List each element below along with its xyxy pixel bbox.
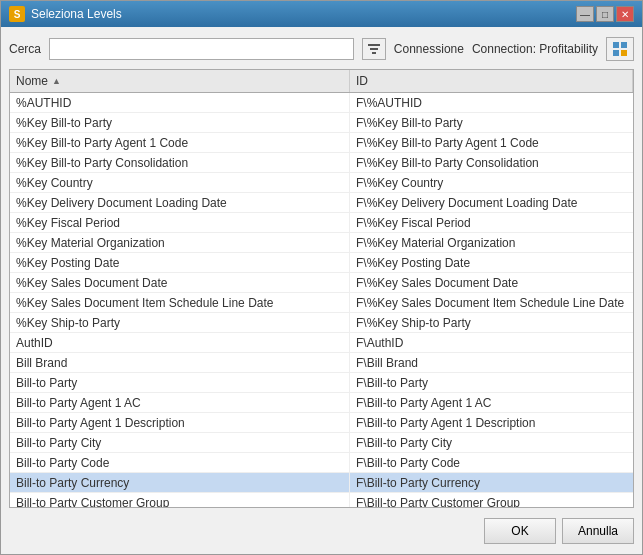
table-row[interactable]: Bill-to Party Agent 1 AC F\Bill-to Party… (10, 393, 633, 413)
maximize-button[interactable]: □ (596, 6, 614, 22)
table-header: Nome ▲ ID (10, 70, 633, 93)
table-row[interactable]: Bill Brand F\Bill Brand (10, 353, 633, 373)
table-row[interactable]: %AUTHID F\%AUTHID (10, 93, 633, 113)
cell-nome: Bill-to Party (10, 373, 350, 392)
footer: OK Annulla (9, 514, 634, 546)
cell-nome: %Key Delivery Document Loading Date (10, 193, 350, 212)
table-row[interactable]: Bill-to Party F\Bill-to Party (10, 373, 633, 393)
cell-id: F\%Key Delivery Document Loading Date (350, 193, 633, 212)
cell-nome: %Key Bill-to Party Agent 1 Code (10, 133, 350, 152)
svg-rect-6 (621, 50, 627, 56)
svg-rect-3 (613, 42, 619, 48)
table-row[interactable]: %Key Material Organization F\%Key Materi… (10, 233, 633, 253)
svg-rect-0 (368, 44, 380, 46)
cell-id: F\Bill-to Party Agent 1 Description (350, 413, 633, 432)
toolbar: Cerca Connessione Connection: Profitabil… (9, 35, 634, 63)
window-icon: S (9, 6, 25, 22)
cell-id: F\%Key Sales Document Date (350, 273, 633, 292)
cell-nome: %Key Posting Date (10, 253, 350, 272)
cell-id: F\%Key Sales Document Item Schedule Line… (350, 293, 633, 312)
cell-nome: Bill-to Party Agent 1 AC (10, 393, 350, 412)
title-bar-left: S Seleziona Levels (9, 6, 122, 22)
main-window: S Seleziona Levels — □ ✕ Cerca Connessio… (0, 0, 643, 555)
table-row[interactable]: %Key Fiscal Period F\%Key Fiscal Period (10, 213, 633, 233)
content-area: Cerca Connessione Connection: Profitabil… (1, 27, 642, 554)
levels-table: Nome ▲ ID %AUTHID F\%AUTHID %Key Bill-to… (9, 69, 634, 508)
cell-id: F\AuthID (350, 333, 633, 352)
table-row[interactable]: %Key Ship-to Party F\%Key Ship-to Party (10, 313, 633, 333)
cell-nome: %Key Sales Document Date (10, 273, 350, 292)
header-id: ID (350, 70, 633, 92)
cell-id: F\%Key Fiscal Period (350, 213, 633, 232)
cell-id: F\Bill-to Party Currency (350, 473, 633, 492)
db-icon (611, 40, 629, 58)
table-row[interactable]: %Key Sales Document Date F\%Key Sales Do… (10, 273, 633, 293)
svg-rect-2 (372, 52, 376, 54)
cancel-button[interactable]: Annulla (562, 518, 634, 544)
table-row[interactable]: %Key Bill-to Party F\%Key Bill-to Party (10, 113, 633, 133)
cell-id: F\Bill-to Party Agent 1 AC (350, 393, 633, 412)
table-row[interactable]: AuthID F\AuthID (10, 333, 633, 353)
cell-id: F\%Key Posting Date (350, 253, 633, 272)
cell-id: F\Bill-to Party Customer Group (350, 493, 633, 507)
table-row[interactable]: %Key Posting Date F\%Key Posting Date (10, 253, 633, 273)
ok-button[interactable]: OK (484, 518, 556, 544)
cell-id: F\Bill-to Party (350, 373, 633, 392)
cell-nome: %Key Material Organization (10, 233, 350, 252)
close-button[interactable]: ✕ (616, 6, 634, 22)
svg-rect-5 (613, 50, 619, 56)
minimize-button[interactable]: — (576, 6, 594, 22)
svg-rect-4 (621, 42, 627, 48)
cell-id: F\%Key Ship-to Party (350, 313, 633, 332)
cell-nome: Bill-to Party Customer Group (10, 493, 350, 507)
table-row[interactable]: %Key Bill-to Party Consolidation F\%Key … (10, 153, 633, 173)
cell-nome: %Key Country (10, 173, 350, 192)
table-row[interactable]: Bill-to Party Currency F\Bill-to Party C… (10, 473, 633, 493)
connection-icon-button[interactable] (606, 37, 634, 61)
cell-id: F\%Key Bill-to Party (350, 113, 633, 132)
cell-nome: Bill-to Party City (10, 433, 350, 452)
table-row[interactable]: %Key Sales Document Item Schedule Line D… (10, 293, 633, 313)
table-row[interactable]: %Key Country F\%Key Country (10, 173, 633, 193)
cell-nome: Bill-to Party Code (10, 453, 350, 472)
cell-id: F\%AUTHID (350, 93, 633, 112)
cell-nome: AuthID (10, 333, 350, 352)
cell-id: F\Bill-to Party City (350, 433, 633, 452)
table-row[interactable]: %Key Delivery Document Loading Date F\%K… (10, 193, 633, 213)
cell-nome: Bill-to Party Currency (10, 473, 350, 492)
cell-nome: %Key Bill-to Party (10, 113, 350, 132)
connection-label: Connessione (394, 42, 464, 56)
table-row[interactable]: Bill-to Party City F\Bill-to Party City (10, 433, 633, 453)
cell-nome: %AUTHID (10, 93, 350, 112)
filter-icon (367, 42, 381, 56)
connection-value: Connection: Profitability (472, 42, 598, 56)
cerca-input[interactable] (49, 38, 354, 60)
cell-nome: %Key Sales Document Item Schedule Line D… (10, 293, 350, 312)
table-row[interactable]: Bill-to Party Customer Group F\Bill-to P… (10, 493, 633, 507)
table-row[interactable]: Bill-to Party Code F\Bill-to Party Code (10, 453, 633, 473)
title-buttons: — □ ✕ (576, 6, 634, 22)
sort-arrow-nome: ▲ (52, 76, 61, 86)
cell-nome: %Key Bill-to Party Consolidation (10, 153, 350, 172)
cell-nome: %Key Ship-to Party (10, 313, 350, 332)
cerca-label: Cerca (9, 42, 41, 56)
table-body[interactable]: %AUTHID F\%AUTHID %Key Bill-to Party F\%… (10, 93, 633, 507)
cell-id: F\%Key Material Organization (350, 233, 633, 252)
window-title: Seleziona Levels (31, 7, 122, 21)
table-row[interactable]: Bill-to Party Agent 1 Description F\Bill… (10, 413, 633, 433)
header-nome: Nome ▲ (10, 70, 350, 92)
cell-nome: %Key Fiscal Period (10, 213, 350, 232)
cell-nome: Bill-to Party Agent 1 Description (10, 413, 350, 432)
cell-id: F\Bill Brand (350, 353, 633, 372)
title-bar: S Seleziona Levels — □ ✕ (1, 1, 642, 27)
cell-id: F\Bill-to Party Code (350, 453, 633, 472)
table-row[interactable]: %Key Bill-to Party Agent 1 Code F\%Key B… (10, 133, 633, 153)
filter-button[interactable] (362, 38, 386, 60)
cell-id: F\%Key Bill-to Party Consolidation (350, 153, 633, 172)
cell-id: F\%Key Bill-to Party Agent 1 Code (350, 133, 633, 152)
svg-rect-1 (370, 48, 378, 50)
cell-nome: Bill Brand (10, 353, 350, 372)
cell-id: F\%Key Country (350, 173, 633, 192)
